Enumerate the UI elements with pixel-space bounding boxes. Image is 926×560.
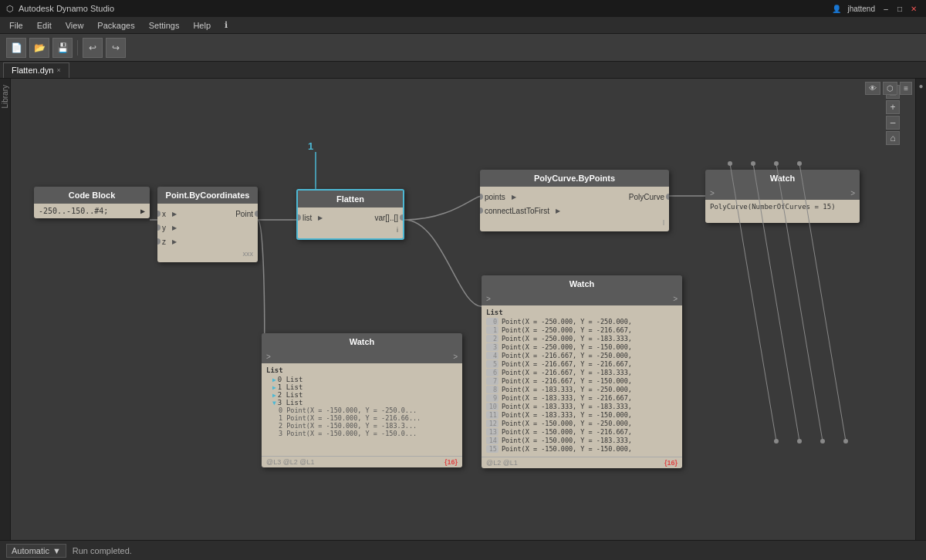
menu-view[interactable]: View xyxy=(59,19,90,32)
watch-bl-expand-left[interactable]: > xyxy=(266,353,271,361)
flatten-header: Flatten xyxy=(298,191,403,207)
watch-tr-header: Watch xyxy=(705,170,860,187)
toolbar-open[interactable]: 📂 xyxy=(29,38,49,58)
close-button[interactable]: ✕ xyxy=(907,2,920,15)
flatten-out-label: var[]..[] xyxy=(374,214,403,222)
watch-bl-item-1: ▶1 List xyxy=(272,383,458,391)
watch-bl-footer: @L3 @L2 @L1 {16} xyxy=(262,456,462,467)
watch-bl-body: List ▶0 List ▶1 List ▶2 List ▼3 List 0 P… xyxy=(262,363,462,456)
svg-point-8 xyxy=(797,161,802,166)
node-flatten[interactable]: Flatten list ▶ var[]..[] i xyxy=(296,189,404,240)
codeblock-arrow: ▶ xyxy=(140,207,145,215)
watch-bl-item-0: ▶0 List xyxy=(272,376,458,383)
watch-bc-item: 10Point(X = -183.333, Y = -183.333, xyxy=(486,403,678,410)
watch-bc-list-header: List xyxy=(486,309,678,316)
status-text: Run completed. xyxy=(73,546,132,555)
toolbar-save[interactable]: 💾 xyxy=(52,38,73,58)
run-mode-dropdown[interactable]: Automatic ▼ xyxy=(6,544,66,558)
number-label-1: 1 xyxy=(308,140,313,152)
node-watch-bl[interactable]: Watch > > List ▶0 List ▶1 List ▶2 List ▼… xyxy=(262,333,462,467)
node-watch-tr[interactable]: Watch > > PolyCurve(NumberOfCurves = 15) xyxy=(705,170,860,223)
polycurve-body: points ▶ PolyCurve connectLastToFirst ▶ … xyxy=(480,187,669,231)
watch-bc-controls: > > xyxy=(482,292,682,305)
menu-settings[interactable]: Settings xyxy=(143,19,186,32)
watch-bl-item-2: ▶2 List xyxy=(272,391,458,399)
tab-flatten[interactable]: Flatten.dyn × xyxy=(3,62,69,78)
port-point-out-dot xyxy=(255,211,258,217)
watch-bc-item: 6Point(X = -216.667, Y = -183.333, xyxy=(486,369,678,376)
svg-point-9 xyxy=(774,439,779,444)
menubar: File Edit View Packages Settings Help ℹ xyxy=(0,17,926,34)
user-icon: 👤 xyxy=(830,2,843,15)
watch-bc-item: 11Point(X = -183.333, Y = -150.000, xyxy=(486,411,678,419)
library-panel: Library xyxy=(0,79,11,560)
toolbar-new[interactable]: 📄 xyxy=(6,38,26,58)
point-header: Point.ByCoordinates xyxy=(157,187,258,204)
watch-tr-expand-left[interactable]: > xyxy=(710,189,715,197)
watch-bc-item: 7Point(X = -216.667, Y = -150.000, xyxy=(486,377,678,385)
polycurve-port-points: points ▶ PolyCurve xyxy=(480,190,669,204)
tabbar: Flatten.dyn × xyxy=(0,62,926,79)
polycurve-out-label: PolyCurve xyxy=(629,193,669,201)
flatten-body: list ▶ var[]..[] i xyxy=(298,207,403,238)
canvas[interactable]: 1 Code Block -250..-150..#4; ▶ Point.ByC… xyxy=(11,79,915,560)
menu-file[interactable]: File xyxy=(3,19,29,32)
toolbar-undo[interactable]: ↩ xyxy=(83,38,103,58)
watch-bc-title: Watch xyxy=(569,279,595,288)
watch-bl-sub-3: 3 Point(X = -150.000, Y = -150.0... xyxy=(279,430,458,437)
app-icon: ⬡ xyxy=(6,4,14,14)
watch-bc-count: {16} xyxy=(664,459,678,467)
app-title: Autodesk Dynamo Studio xyxy=(19,4,114,13)
watch-tr-controls: > > xyxy=(705,187,860,200)
codeblock-header: Code Block xyxy=(34,187,150,204)
statusbar: Automatic ▼ Run completed. xyxy=(0,540,926,560)
watch-bc-expand-left[interactable]: > xyxy=(486,295,491,303)
point-port-y: y ▶ xyxy=(157,221,258,234)
watch-bl-list-header: List xyxy=(266,366,458,374)
codeblock-body: -250..-150..#4; ▶ xyxy=(34,204,150,218)
watch-tr-expand-right[interactable]: > xyxy=(850,189,855,197)
maximize-button[interactable]: □ xyxy=(894,2,906,15)
watch-bc-items: 0Point(X = -250.000, Y = -250.000,1Point… xyxy=(486,318,678,453)
toolbar-redo[interactable]: ↪ xyxy=(106,38,126,58)
canvas-icon-1[interactable]: 👁 xyxy=(865,82,880,95)
zoom-home-button[interactable]: ⌂ xyxy=(886,131,900,145)
tab-close-button[interactable]: × xyxy=(56,66,60,74)
canvas-icon-2[interactable]: ⬡ xyxy=(883,82,897,95)
node-polycurve[interactable]: PolyCurve.ByPoints points ▶ PolyCurve co… xyxy=(480,170,669,231)
svg-point-11 xyxy=(820,439,825,444)
minimize-button[interactable]: – xyxy=(880,2,892,15)
menu-help[interactable]: Help xyxy=(187,19,217,32)
watch-bl-footer-left: @L3 @L2 @L1 xyxy=(266,458,314,466)
tab-label: Flatten.dyn xyxy=(12,66,53,75)
zoom-in-button[interactable]: + xyxy=(886,100,900,114)
watch-bc-expand-right[interactable]: > xyxy=(673,295,678,303)
point-port-x: x ▶ Point xyxy=(157,207,258,221)
toolbar: 📄 📂 💾 ↩ ↪ xyxy=(0,34,926,62)
watch-bc-item: 1Point(X = -250.000, Y = -216.667, xyxy=(486,326,678,334)
rpanel-icon-1: ● xyxy=(918,82,923,90)
flatten-extra: i xyxy=(298,224,403,235)
node-codeblock[interactable]: Code Block -250..-150..#4; ▶ xyxy=(34,187,150,218)
watch-bl-header: Watch xyxy=(262,333,462,350)
menu-info[interactable]: ℹ xyxy=(218,19,234,32)
watch-bl-expand-right[interactable]: > xyxy=(453,353,458,361)
menu-packages[interactable]: Packages xyxy=(91,19,140,32)
flatten-out-dot xyxy=(400,214,404,221)
node-watch-bc[interactable]: Watch > > List 0Point(X = -250.000, Y = … xyxy=(482,275,682,468)
watch-bc-body: List 0Point(X = -250.000, Y = -250.000,1… xyxy=(482,305,682,457)
run-mode-chevron: ▼ xyxy=(52,546,61,555)
canvas-icon-3[interactable]: ≡ xyxy=(900,82,912,95)
polycurve-points-label: points xyxy=(480,193,510,201)
svg-point-10 xyxy=(797,439,802,444)
connections-svg xyxy=(11,79,915,560)
username: jhattend xyxy=(844,2,878,15)
svg-point-12 xyxy=(843,439,848,444)
zoom-out-button[interactable]: – xyxy=(886,116,900,130)
menu-edit[interactable]: Edit xyxy=(31,19,58,32)
svg-point-5 xyxy=(728,161,732,166)
watch-bc-item: 14Point(X = -150.000, Y = -183.333, xyxy=(486,437,678,444)
polycurve-out-dot xyxy=(666,194,669,200)
watch-bl-sub-1: 1 Point(X = -150.000, Y = -216.66... xyxy=(279,414,458,422)
node-point[interactable]: Point.ByCoordinates x ▶ Point y ▶ z xyxy=(157,187,258,262)
